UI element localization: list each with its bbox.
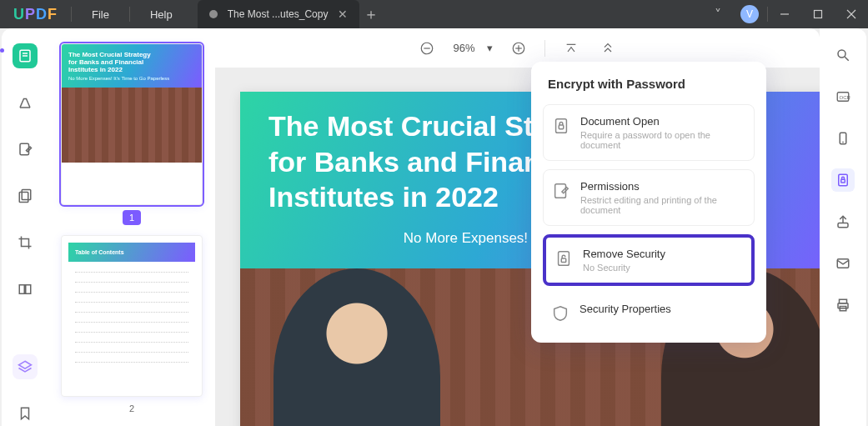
svg-point-24 xyxy=(838,50,845,58)
security-properties-option[interactable]: Security Properties xyxy=(543,294,755,331)
svg-rect-10 xyxy=(22,190,31,200)
document-tab[interactable]: The Most ...utes_Copy ✕ xyxy=(198,0,360,28)
zoom-text: 96% xyxy=(453,42,474,54)
phone-link-button[interactable] xyxy=(831,127,855,150)
svg-rect-12 xyxy=(26,285,31,294)
compare-tool-button[interactable] xyxy=(13,277,38,302)
window-maximize-button[interactable] xyxy=(801,0,835,28)
page-number-badge: 1 xyxy=(123,210,141,224)
workbench: The Most Crucial Strategy for Banks and … xyxy=(0,28,868,426)
search-button[interactable] xyxy=(831,43,855,67)
edit-tool-button[interactable] xyxy=(13,137,38,162)
mini-title: for Banks and Financial xyxy=(68,58,195,66)
svg-rect-23 xyxy=(561,258,566,263)
page-thumbnail-2[interactable]: Table of Contents xyxy=(61,235,203,397)
previous-page-button[interactable] xyxy=(597,38,619,59)
zoom-out-button[interactable] xyxy=(416,38,438,59)
option-title: Document Open xyxy=(580,115,745,128)
pin-icon xyxy=(209,10,218,18)
export-button[interactable] xyxy=(831,210,855,233)
app-brand: UPDF xyxy=(0,6,71,23)
left-tool-rail xyxy=(2,28,48,426)
thumbnail-panel: The Most Crucial Strategy for Banks and … xyxy=(48,28,215,426)
permissions-option[interactable]: Permissions Restrict editing and printin… xyxy=(543,169,755,226)
option-title: Remove Security xyxy=(583,248,665,260)
highlight-tool-button[interactable] xyxy=(13,90,38,115)
mini-toc-lines xyxy=(68,262,195,375)
unlock-document-icon xyxy=(554,249,573,268)
option-subtitle: Restrict editing and printing of the doc… xyxy=(580,195,745,215)
page-thumbnail-1[interactable]: The Most Crucial Strategy for Banks and … xyxy=(61,43,203,205)
title-bar: UPDF File Help The Most ...utes_Copy ✕ ＋… xyxy=(0,0,868,28)
remove-security-option[interactable]: Remove Security No Security xyxy=(543,234,755,286)
protect-button[interactable] xyxy=(831,168,855,192)
active-indicator xyxy=(0,48,4,53)
svg-rect-1 xyxy=(815,11,822,18)
print-button[interactable] xyxy=(831,293,855,317)
separator xyxy=(544,40,545,57)
option-subtitle: No Security xyxy=(583,263,665,273)
photo-person xyxy=(273,268,440,427)
document-open-option[interactable]: Document Open Require a password to open… xyxy=(543,104,755,161)
shield-icon xyxy=(551,304,569,323)
svg-rect-19 xyxy=(556,119,567,133)
menu-file[interactable]: File xyxy=(72,8,129,21)
window-minimize-button[interactable] xyxy=(768,0,801,28)
mini-title: Institutes in 2022 xyxy=(68,66,195,73)
svg-rect-20 xyxy=(559,125,564,129)
svg-rect-11 xyxy=(19,285,24,294)
user-avatar[interactable]: V xyxy=(740,5,759,23)
crop-tool-button[interactable] xyxy=(13,230,38,255)
organize-tool-button[interactable] xyxy=(13,183,38,208)
layers-button[interactable] xyxy=(13,354,38,379)
new-tab-button[interactable]: ＋ xyxy=(359,4,383,24)
close-tab-icon[interactable]: ✕ xyxy=(338,8,348,21)
lock-document-icon xyxy=(552,117,570,135)
zoom-value[interactable]: 96% ▾ xyxy=(453,42,492,54)
chevron-down-icon: ▾ xyxy=(487,42,493,54)
chevron-down-icon[interactable]: ˅ xyxy=(704,7,732,23)
svg-line-25 xyxy=(845,57,849,61)
bookmark-button[interactable] xyxy=(13,401,38,426)
svg-text:OCR: OCR xyxy=(840,95,851,100)
option-subtitle: Require a password to open the document xyxy=(580,130,745,150)
mail-button[interactable] xyxy=(831,252,855,275)
mini-toc-heading: Table of Contents xyxy=(68,243,195,262)
svg-rect-9 xyxy=(19,193,28,203)
mini-subtitle: No More Expenses! It's Time to Go Paperl… xyxy=(68,76,195,81)
permissions-icon xyxy=(552,182,570,200)
zoom-in-button[interactable] xyxy=(508,38,529,59)
page-number-label: 2 xyxy=(123,402,141,416)
encrypt-password-panel: Encrypt with Password Document Open Requ… xyxy=(531,62,766,343)
menu-help[interactable]: Help xyxy=(130,8,193,21)
right-tool-rail: OCR xyxy=(820,28,866,426)
mini-photo xyxy=(62,88,202,163)
svg-rect-21 xyxy=(555,184,566,198)
svg-rect-31 xyxy=(841,179,845,183)
first-page-button[interactable] xyxy=(560,38,582,59)
option-title: Security Properties xyxy=(580,303,671,315)
ocr-button[interactable]: OCR xyxy=(831,85,855,108)
reader-mode-button[interactable] xyxy=(13,43,38,68)
document-canvas: 96% ▾ The Most Crucial Strategy for Bank… xyxy=(215,28,820,426)
panel-title: Encrypt with Password xyxy=(548,77,750,91)
mini-title: The Most Crucial Strategy xyxy=(68,51,195,58)
tab-title: The Most ...utes_Copy xyxy=(228,8,329,20)
window-close-button[interactable] xyxy=(835,0,868,28)
svg-rect-32 xyxy=(838,223,848,228)
doc-title-line: Institutes in 2022 xyxy=(268,181,499,213)
option-title: Permissions xyxy=(580,180,745,193)
